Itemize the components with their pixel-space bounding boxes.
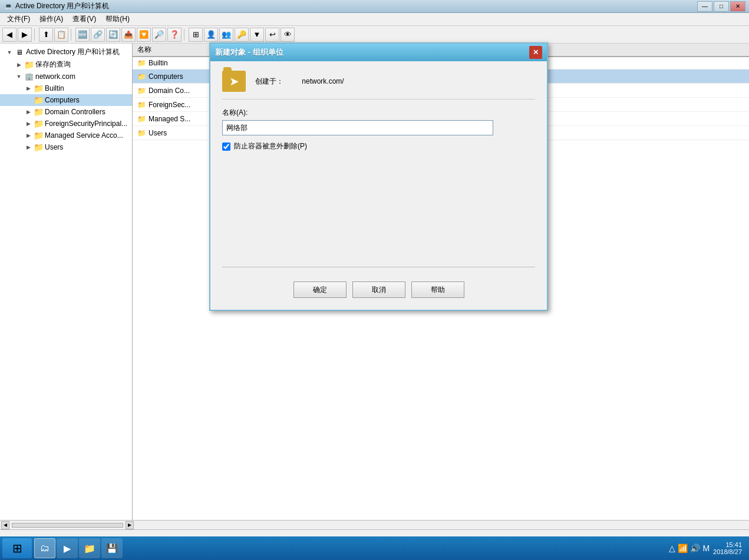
dialog-location-info: 创建于： network.com/ [255, 77, 344, 87]
dialog-separator [222, 267, 535, 267]
dialog-name-label: 名称(A): [222, 108, 535, 118]
dialog-checkbox-row: 防止容器被意外删除(P) [222, 141, 535, 151]
dialog-spacer [222, 151, 535, 257]
dialog-title-bar: 新建对象 - 组织单位 ✕ [210, 44, 547, 61]
dialog-overlay: 新建对象 - 组织单位 ✕ ➤ 创建于： network.com/ 名称(A): [0, 0, 749, 560]
dialog-protect-checkbox[interactable] [222, 143, 230, 151]
dialog-form-row-name: 名称(A): [222, 108, 535, 135]
folder-arrow-icon: ➤ [229, 74, 239, 88]
dialog-content: ➤ 创建于： network.com/ 名称(A): 防止容器被意外删除(P) [210, 61, 547, 310]
dialog-name-input[interactable] [222, 120, 493, 135]
dialog-checkbox-label: 防止容器被意外删除(P) [234, 141, 307, 151]
created-at-label: 创建于： [255, 77, 283, 85]
dialog-footer: 确定 取消 帮助 [222, 277, 535, 300]
dialog-location-value: network.com/ [302, 77, 344, 85]
dialog-help-button[interactable]: 帮助 [411, 281, 464, 298]
dialog-title: 新建对象 - 组织单位 [215, 47, 283, 58]
dialog-cancel-button[interactable]: 取消 [352, 281, 405, 298]
dialog-close-button[interactable]: ✕ [529, 46, 542, 59]
dialog-folder-icon: ➤ [222, 71, 246, 92]
dialog-ok-button[interactable]: 确定 [293, 281, 347, 298]
new-object-dialog: 新建对象 - 组织单位 ✕ ➤ 创建于： network.com/ 名称(A): [209, 42, 548, 311]
dialog-header-section: ➤ 创建于： network.com/ [222, 71, 535, 100]
